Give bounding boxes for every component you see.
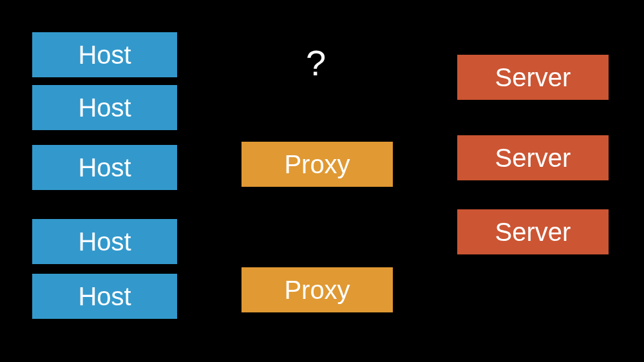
host-box: Host [32, 85, 177, 130]
host-box: Host [32, 145, 177, 190]
server-box: Server [457, 55, 609, 100]
question-mark-label: ? [306, 42, 326, 84]
host-box: Host [32, 219, 177, 264]
host-box: Host [32, 274, 177, 319]
host-box: Host [32, 32, 177, 77]
server-box: Server [457, 209, 609, 254]
server-box: Server [457, 135, 609, 180]
proxy-box: Proxy [242, 142, 393, 187]
proxy-box: Proxy [242, 267, 393, 312]
